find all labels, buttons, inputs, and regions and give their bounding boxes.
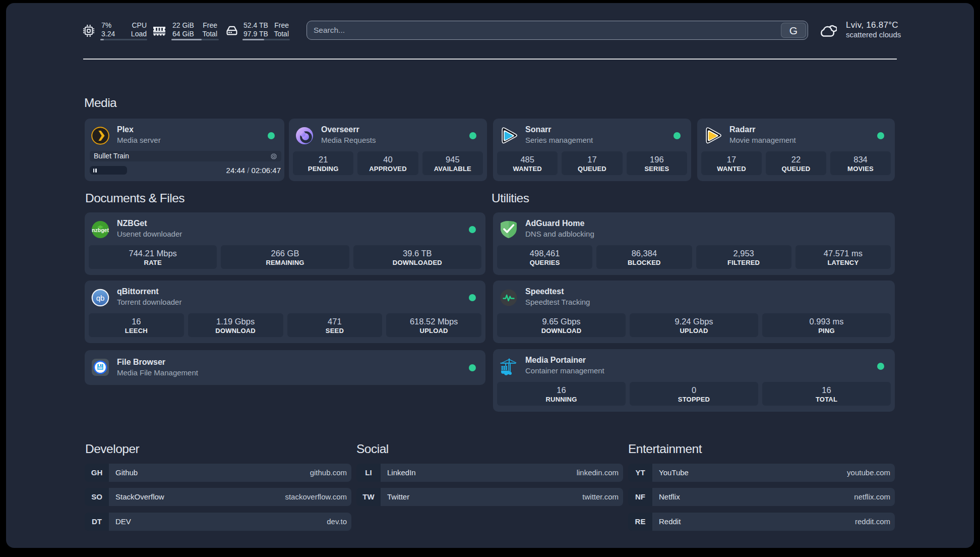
svg-text:nzbget: nzbget — [92, 227, 109, 233]
svg-text:qb: qb — [96, 294, 105, 302]
